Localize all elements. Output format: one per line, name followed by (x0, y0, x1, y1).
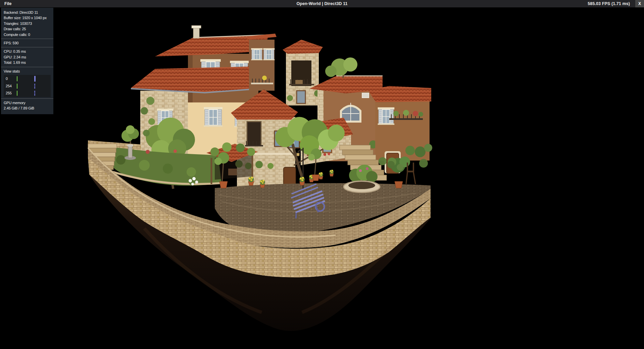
close-button[interactable]: X (635, 0, 644, 7)
blue-sample-marker (34, 91, 35, 96)
green-sample-marker (17, 91, 17, 96)
gpu-memory-label: GPU memory (1, 100, 53, 105)
tree-back-right (325, 57, 357, 78)
view-stats-label: View stats (1, 69, 53, 74)
village-diorama (0, 7, 644, 349)
gpu-memory-value: 2.45 GiB / 7.89 GiB (1, 105, 53, 111)
stat-backend: Backend: Direct3D 11 (1, 10, 53, 15)
stat-compute-calls: Compute calls: 0 (1, 32, 53, 37)
green-sample-marker (17, 76, 17, 81)
view-stats-row-label: 0 (4, 76, 8, 81)
menu-file[interactable]: File (0, 0, 16, 7)
stats-overlay-panel: Backend: Direct3D 11 Buffer size: 1920 x… (1, 8, 53, 114)
view-stats-row-label: 255 (4, 90, 12, 96)
stat-draw-calls: Draw calls: 25 (1, 26, 53, 32)
house-back-annex (247, 34, 277, 91)
balcony-table (295, 80, 303, 84)
stat-cpu-time: CPU: 0.35 ms (1, 49, 53, 54)
fps-readout: 585.03 FPS (1.71 ms) (588, 1, 635, 6)
separator (1, 39, 53, 39)
view-stats-row: 0 (4, 76, 51, 82)
view-stats-row: 255 (4, 90, 51, 96)
viewport-3d-scene[interactable] (0, 7, 644, 349)
house-left-mid-roof (131, 67, 260, 92)
view-stats-row: 254 (4, 83, 51, 89)
balcony-flowers (262, 76, 267, 80)
window-title: Open-World | Direct3D 11 (0, 1, 644, 6)
separator (1, 67, 53, 67)
view-stats-chart: 0254255 (4, 75, 51, 97)
stone-tower (283, 40, 323, 105)
blue-sample-marker (34, 76, 36, 82)
blue-sample-marker (34, 84, 35, 89)
menu-bar: File Open-World | Direct3D 11 585.03 FPS… (0, 0, 644, 7)
chimney (192, 26, 201, 28)
stat-triangles: Triangles: 103073 (1, 21, 53, 26)
view-stats-row-label: 254 (4, 83, 12, 89)
stat-total-time: Total: 1.69 ms (1, 60, 53, 65)
cafe-table (228, 169, 237, 175)
separator (1, 47, 53, 47)
separator (1, 98, 53, 99)
green-sample-marker (17, 84, 17, 89)
application-window: File Open-World | Direct3D 11 585.03 FPS… (0, 0, 644, 349)
stat-fps: FPS: 590 (1, 40, 53, 46)
stat-gpu-time: GPU: 2.34 ms (1, 54, 53, 60)
stat-buffer-size: Buffer size: 1920 x 1040 px (1, 15, 53, 20)
